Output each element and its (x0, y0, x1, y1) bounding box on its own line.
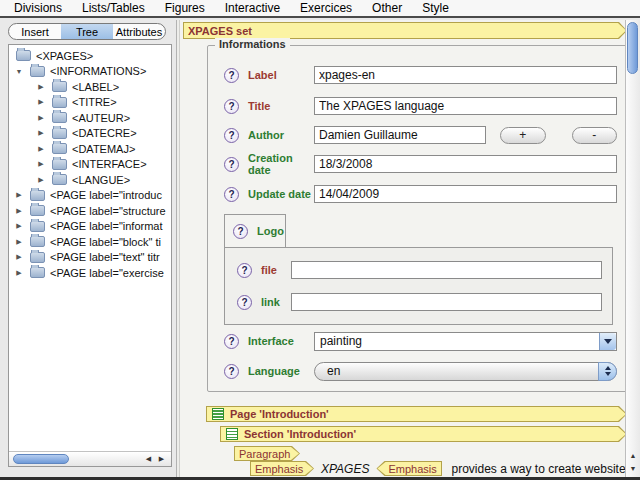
disclosure-triangle[interactable]: ▶ (13, 222, 25, 230)
tree-item-auteur[interactable]: ▶<AUTEUR> (9, 110, 171, 126)
creation-date-input[interactable] (314, 155, 617, 173)
logo-link-input[interactable] (291, 293, 602, 311)
disclosure-triangle[interactable]: ▶ (35, 98, 47, 106)
disclosure-triangle[interactable]: ▶ (13, 269, 25, 277)
disclosure-triangle[interactable]: ▶ (35, 145, 47, 153)
scroll-down-icon[interactable]: ▼ (626, 462, 640, 475)
help-icon[interactable]: ? (224, 157, 239, 172)
help-icon[interactable]: ? (224, 128, 239, 143)
field-label: Author (248, 129, 314, 141)
interface-dropdown[interactable]: painting (314, 332, 617, 351)
tree-item-datecre[interactable]: ▶<DATECRE> (9, 126, 171, 142)
emphasis-text[interactable]: XPAGES (321, 462, 369, 476)
help-icon[interactable]: ? (224, 334, 239, 349)
tree-item-page-informat[interactable]: ▶<PAGE label="informat (9, 219, 171, 235)
tab-tree[interactable]: Tree (61, 24, 113, 39)
tree-item-page-structure[interactable]: ▶<PAGE label="structure (9, 203, 171, 219)
title-input[interactable] (314, 97, 617, 115)
add-author-button[interactable]: + (500, 127, 546, 144)
field-label: Label (248, 69, 314, 81)
tag-label: Emphasis (388, 463, 436, 475)
logo-file-row: ? file (237, 260, 602, 280)
tag-label: Emphasis (255, 463, 303, 475)
tree-item-langue[interactable]: ▶<LANGUE> (9, 172, 171, 188)
language-popup[interactable]: en (314, 362, 617, 381)
page-introduction-banner[interactable]: Page 'Introduction' (206, 406, 625, 422)
remove-author-button[interactable]: - (572, 127, 618, 144)
tree-item-label[interactable]: ▶<LABEL> (9, 79, 171, 95)
scroll-left-icon[interactable]: ◀ (142, 452, 155, 466)
title-row: ? Title (224, 96, 617, 116)
menu-other[interactable]: Other (362, 0, 412, 16)
help-icon[interactable]: ? (224, 99, 239, 114)
label-row: ? Label (224, 65, 617, 85)
app-window: Divisions Lists/Tables Figures Interacti… (0, 0, 640, 480)
disclosure-triangle[interactable]: ▶ (35, 114, 47, 122)
menu-style[interactable]: Style (412, 0, 459, 16)
section-lines-icon (212, 408, 224, 420)
scrollbar-thumb[interactable] (627, 22, 638, 74)
tree-item-interface[interactable]: ▶<INTERFACE> (9, 157, 171, 173)
help-icon[interactable]: ? (224, 187, 239, 202)
language-row: ? Language en (224, 361, 617, 381)
field-label: Title (248, 100, 314, 112)
field-label: Interface (248, 335, 314, 347)
update-date-row: ? Update date (224, 184, 617, 204)
folder-icon (52, 81, 67, 92)
xpages-set-banner[interactable]: XPAGES set (183, 22, 625, 39)
help-icon[interactable]: ? (233, 224, 248, 239)
disclosure-triangle[interactable]: ▶ (13, 238, 25, 246)
logo-tab[interactable]: ? Logo (224, 214, 286, 248)
tree-item-page-introduction[interactable]: ▶<PAGE label="introduc (9, 188, 171, 204)
disclosure-triangle[interactable]: ▶ (13, 253, 25, 261)
section-introduction-banner[interactable]: Section 'Introduction' (220, 426, 625, 442)
menu-interactive[interactable]: Interactive (215, 0, 290, 16)
tree-horizontal-scrollbar[interactable]: ◀ ▶ (9, 451, 171, 466)
disclosure-triangle[interactable]: ▶ (13, 191, 25, 199)
logo-file-input[interactable] (291, 261, 602, 279)
help-icon[interactable]: ? (237, 263, 252, 278)
help-icon[interactable]: ? (224, 68, 239, 83)
field-label: Logo (257, 225, 284, 237)
tab-insert[interactable]: Insert (9, 24, 61, 39)
group-legend: Informations (215, 38, 290, 50)
disclosure-triangle[interactable]: ▶ (13, 207, 25, 215)
help-icon[interactable]: ? (224, 364, 239, 379)
editor-vertical-scrollbar[interactable]: ▲ ▼ (625, 20, 640, 477)
tree-item-page-block[interactable]: ▶<PAGE label="block" ti (9, 234, 171, 250)
scroll-right-icon[interactable]: ▶ (155, 452, 168, 466)
paragraph-tag[interactable]: Paragraph (234, 446, 300, 461)
author-input[interactable] (314, 126, 486, 144)
tree-item-informations[interactable]: ▼<INFORMATIONS> (9, 64, 171, 80)
disclosure-triangle[interactable]: ▶ (35, 176, 47, 184)
update-date-input[interactable] (314, 185, 617, 203)
label-input[interactable] (314, 66, 617, 84)
emphasis-close-tag[interactable]: Emphasis (376, 461, 442, 476)
tree-item-titre[interactable]: ▶<TITRE> (9, 95, 171, 111)
help-icon[interactable]: ? (237, 295, 252, 310)
tree-item-datemaj[interactable]: ▶<DATEMAJ> (9, 141, 171, 157)
logo-group: ? file ? link (224, 247, 613, 325)
scroll-up-icon[interactable]: ▲ (626, 449, 640, 462)
logo-link-row: ? link (237, 292, 602, 312)
popup-arrows-icon[interactable] (598, 362, 617, 381)
tab-attributes[interactable]: Attributes (113, 24, 165, 39)
disclosure-triangle[interactable]: ▶ (35, 160, 47, 168)
folder-icon (30, 190, 45, 201)
menu-lists-tables[interactable]: Lists/Tables (72, 0, 155, 16)
author-row: ? Author + - (224, 125, 617, 145)
menu-divisions[interactable]: Divisions (4, 0, 72, 16)
emphasis-open-tag[interactable]: Emphasis (250, 461, 314, 476)
tree-item-xpages[interactable]: ▶<XPAGES> (9, 48, 171, 64)
dropdown-arrow-icon[interactable] (599, 333, 616, 350)
banner-label: XPAGES set (188, 25, 252, 37)
scrollbar-thumb[interactable] (13, 454, 69, 464)
disclosure-triangle[interactable]: ▶ (35, 129, 47, 137)
tree-item-page-text[interactable]: ▶<PAGE label="text" titr (9, 250, 171, 266)
document-text[interactable]: provides a way to create websites (451, 462, 625, 476)
menu-exercices[interactable]: Exercices (290, 0, 362, 16)
disclosure-triangle[interactable]: ▼ (13, 68, 25, 75)
disclosure-triangle[interactable]: ▶ (35, 83, 47, 91)
tree-item-page-exercise[interactable]: ▶<PAGE label="exercise (9, 265, 171, 281)
menu-figures[interactable]: Figures (155, 0, 215, 16)
